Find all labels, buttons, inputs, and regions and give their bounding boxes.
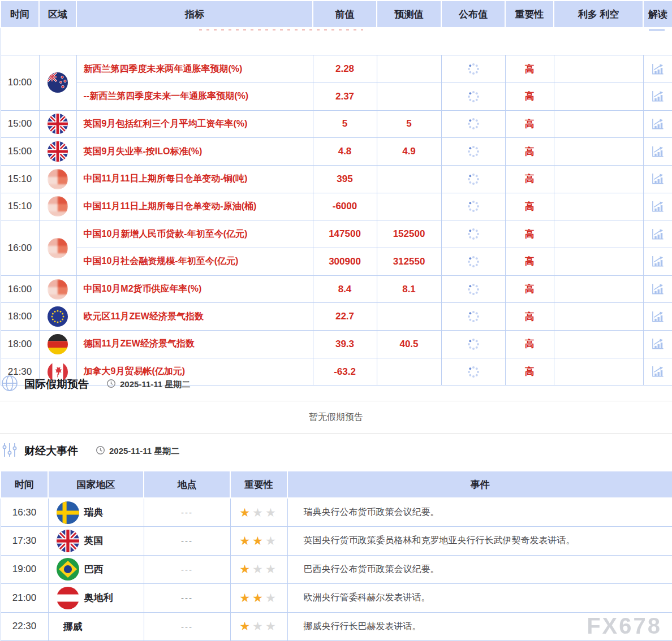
cutoff-row-cell — [1, 28, 672, 55]
time-cell: 22:30 — [1, 612, 48, 641]
holiday-section-title: 国际假期预告 — [24, 377, 89, 392]
forecast-value-cell: 8.1 — [377, 275, 441, 303]
country-cell: 英国 — [48, 527, 144, 556]
country-name: 瑞典 — [84, 506, 104, 519]
loading-spinner-icon — [467, 91, 480, 101]
loading-spinner-icon — [467, 201, 480, 211]
chart-detail-icon[interactable] — [651, 311, 665, 321]
flag-germany-icon — [48, 334, 68, 354]
event-text-cell: 巴西央行公布货币政策会议纪要。 — [287, 555, 672, 584]
flag-sweden-icon — [57, 501, 79, 524]
clock-icon — [106, 379, 116, 391]
importance-stars-cell: ★★★ — [230, 612, 287, 641]
flag-austria-icon — [57, 587, 79, 609]
country-cell: 挪威 — [48, 612, 144, 641]
published-value-cell — [441, 331, 505, 358]
interpretation-cell[interactable] — [643, 193, 672, 220]
chart-detail-icon[interactable] — [651, 366, 665, 376]
economic-data-table: 时间 区域 指标 前值 预测值 公布值 重要性 利多 利空 解读 10:00新西… — [0, 0, 672, 386]
indicator-cell[interactable]: 中国10月新增人民币贷款-年初至今(亿元) — [76, 220, 313, 248]
bull-bear-cell — [554, 275, 643, 303]
holiday-section-header: 国际假期预告 2025-11-11 星期二 — [1, 374, 190, 395]
chart-detail-icon[interactable] — [651, 284, 665, 293]
published-value-cell — [441, 220, 505, 248]
interpretation-cell[interactable] — [643, 275, 672, 303]
flag-china-blurred-icon — [48, 196, 68, 216]
chart-detail-icon[interactable] — [651, 339, 665, 348]
indicator-cell[interactable]: 英国9月包括红利三个月平均工资年率(%) — [76, 110, 313, 138]
interpretation-cell[interactable] — [643, 331, 672, 358]
loading-spinner-icon — [467, 366, 480, 376]
previous-value-cell: 5 — [313, 110, 377, 138]
importance-cell: 高 — [505, 83, 554, 110]
time-cell: 16:00 — [1, 275, 39, 303]
importance-cell: 高 — [505, 55, 554, 83]
location-cell: --- — [144, 612, 230, 641]
column-header-previous: 前值 — [313, 1, 377, 28]
indicator-cell[interactable]: 中国11月11日上期所每日仓单变动-铜(吨) — [76, 165, 313, 193]
importance-cell: 高 — [505, 331, 554, 358]
indicator-cell[interactable]: 德国11月ZEW经济景气指数 — [76, 331, 313, 358]
event-row: 16:30瑞典---★★★瑞典央行公布货币政策会议纪要。 — [1, 498, 672, 527]
table-row: 15:10中国11月11日上期所每日仓单变动-原油(桶)-6000高 — [1, 193, 672, 220]
time-cell: 15:00 — [1, 110, 39, 138]
interpretation-cell[interactable] — [643, 358, 672, 386]
table-row: 中国10月社会融资规模-年初至今(亿元)300900312550高 — [1, 248, 672, 276]
column-header-importance: 重要性 — [230, 471, 287, 498]
importance-stars-cell: ★★★ — [230, 584, 287, 613]
column-header-bull-bear: 利多 利空 — [554, 1, 643, 28]
indicator-cell[interactable]: 中国10月M2货币供应年率(%) — [76, 275, 313, 303]
forecast-value-cell: 5 — [377, 110, 441, 138]
previous-value-cell: 8.4 — [313, 275, 377, 303]
region-cell — [39, 165, 76, 193]
watermark: FX678 — [587, 613, 662, 639]
interpretation-cell[interactable] — [643, 83, 672, 110]
column-header-country: 国家地区 — [48, 471, 144, 498]
location-cell: --- — [144, 555, 230, 584]
bull-bear-cell — [554, 165, 643, 193]
globe-icon — [1, 375, 18, 394]
star-filled-icon: ★ — [239, 534, 252, 547]
chart-detail-icon[interactable] — [651, 228, 665, 238]
events-table: 时间 国家地区 地点 重要性 事件 16:30瑞典---★★★瑞典央行公布货币政… — [0, 470, 672, 641]
chart-detail-icon[interactable] — [651, 119, 665, 128]
indicator-cell[interactable]: 欧元区11月ZEW经济景气指数 — [76, 303, 313, 331]
importance-cell: 高 — [505, 220, 554, 248]
star-empty-icon: ★ — [252, 620, 265, 633]
interpretation-cell[interactable] — [643, 165, 672, 193]
clock-icon — [96, 445, 105, 457]
chart-detail-icon[interactable] — [651, 201, 665, 211]
indicator-cell[interactable]: --新西兰第四季度未来一年通胀率预期(%) — [76, 83, 313, 110]
interpretation-cell[interactable] — [643, 138, 672, 166]
interpretation-cell[interactable] — [643, 303, 672, 331]
indicator-cell[interactable]: 中国11月11日上期所每日仓单变动-原油(桶) — [76, 193, 313, 220]
country-name: 挪威 — [63, 620, 83, 633]
indicator-cell[interactable]: 英国9月失业率-按ILO标准(%) — [76, 138, 313, 166]
indicator-cell[interactable]: 中国10月社会融资规模-年初至今(亿元) — [76, 248, 313, 276]
time-cell: 17:30 — [1, 527, 48, 556]
chart-detail-icon[interactable] — [651, 174, 665, 183]
importance-cell: 高 — [505, 165, 554, 193]
interpretation-cell[interactable] — [643, 248, 672, 276]
region-cell — [39, 275, 76, 303]
published-value-cell — [441, 275, 505, 303]
star-filled-icon: ★ — [239, 620, 252, 633]
chart-detail-icon[interactable] — [651, 146, 665, 155]
published-value-cell — [441, 55, 505, 83]
chart-detail-icon[interactable] — [651, 63, 665, 73]
chart-detail-icon[interactable] — [651, 256, 665, 266]
star-filled-icon: ★ — [239, 591, 252, 604]
events-section-title: 财经大事件 — [24, 444, 78, 458]
events-header-row: 时间 国家地区 地点 重要性 事件 — [1, 471, 672, 498]
event-row: 22:30挪威---★★★挪威央行行长巴赫发表讲话。 — [1, 612, 672, 641]
star-empty-icon: ★ — [252, 562, 265, 575]
previous-value-cell: 39.3 — [313, 331, 377, 358]
interpretation-cell[interactable] — [643, 55, 672, 83]
location-cell: --- — [144, 527, 230, 556]
interpretation-cell[interactable] — [643, 110, 672, 138]
chart-detail-icon[interactable] — [651, 91, 665, 101]
events-date-wrap: 2025-11-11 星期二 — [96, 445, 179, 457]
indicator-cell[interactable]: 新西兰第四季度未来两年通胀率预期(%) — [76, 55, 313, 83]
interpretation-cell[interactable] — [643, 220, 672, 248]
time-cell: 15:10 — [1, 165, 39, 193]
